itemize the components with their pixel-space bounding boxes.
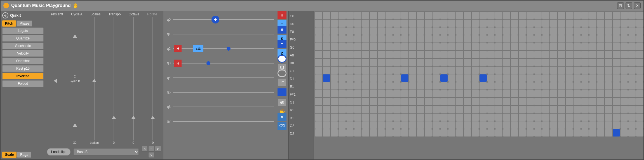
grid-cell[interactable] <box>409 98 416 105</box>
grid-cell[interactable] <box>605 82 612 90</box>
grid-cell[interactable] <box>511 59 518 66</box>
grid-cell[interactable] <box>464 74 471 82</box>
q0-plus-gate[interactable]: + <box>211 16 219 23</box>
grid-cell[interactable] <box>519 12 526 19</box>
grid-cell[interactable] <box>495 51 502 58</box>
grid-cell[interactable] <box>566 12 573 19</box>
grid-cell[interactable] <box>519 74 526 82</box>
grid-cell[interactable] <box>331 129 338 137</box>
grid-cell[interactable] <box>605 129 612 137</box>
grid-cell[interactable] <box>378 43 385 50</box>
grid-cell[interactable] <box>597 20 604 27</box>
grid-cell[interactable] <box>495 74 502 82</box>
grid-cell[interactable] <box>558 82 565 90</box>
grid-cell[interactable] <box>534 51 542 58</box>
grid-cell[interactable] <box>636 35 643 43</box>
grid-cell[interactable] <box>621 43 628 50</box>
grid-cell[interactable] <box>519 121 526 129</box>
grid-cell[interactable] <box>440 43 448 50</box>
grid-cell[interactable] <box>534 43 542 50</box>
grid-cell[interactable] <box>448 35 455 43</box>
grid-cell[interactable] <box>605 74 612 82</box>
grid-cell[interactable] <box>417 27 424 35</box>
q3-circle-button[interactable]: ● <box>278 55 286 63</box>
grid-cell[interactable] <box>425 121 432 129</box>
grid-cell[interactable] <box>409 59 416 66</box>
grid-cell[interactable] <box>464 27 471 35</box>
grid-cell[interactable] <box>401 106 408 113</box>
grid-cell[interactable] <box>440 121 448 129</box>
grid-cell[interactable] <box>581 98 589 105</box>
pitch-button[interactable]: Pitch <box>2 20 16 27</box>
grid-cell[interactable] <box>339 106 346 113</box>
grid-cell[interactable] <box>613 12 620 19</box>
grid-cell[interactable] <box>550 74 557 82</box>
grid-cell[interactable] <box>472 121 479 129</box>
grid-cell[interactable] <box>542 51 549 58</box>
grid-cell[interactable] <box>401 114 408 121</box>
grid-cell[interactable] <box>472 74 479 82</box>
grid-cell[interactable] <box>346 114 354 121</box>
grid-cell[interactable] <box>425 20 432 27</box>
grid-cell[interactable] <box>456 82 463 90</box>
grid-cell[interactable] <box>503 114 510 121</box>
grid-cell[interactable] <box>613 129 620 137</box>
grid-cell[interactable] <box>534 114 542 121</box>
grid-cell[interactable] <box>425 59 432 66</box>
grid-cell[interactable] <box>456 129 463 137</box>
grid-cell[interactable] <box>597 59 604 66</box>
grid-cell[interactable] <box>346 59 354 66</box>
grid-cell[interactable] <box>323 98 330 105</box>
grid-cell[interactable] <box>354 129 361 137</box>
grid-cell[interactable] <box>636 114 643 121</box>
grid-cell[interactable] <box>589 43 596 50</box>
grid-cell[interactable] <box>464 129 471 137</box>
grid-cell[interactable] <box>542 43 549 50</box>
grid-cell[interactable] <box>362 98 369 105</box>
grid-cell[interactable] <box>495 43 502 50</box>
grid-cell[interactable] <box>370 129 377 137</box>
grid-cell[interactable] <box>339 35 346 43</box>
grid-cell[interactable] <box>456 43 463 50</box>
grid-cell[interactable] <box>456 51 463 58</box>
grid-cell[interactable] <box>401 74 408 82</box>
grid-cell[interactable] <box>409 106 416 113</box>
grid-cell[interactable] <box>495 121 502 129</box>
grid-cell[interactable] <box>480 74 487 82</box>
grid-cell[interactable] <box>581 51 589 58</box>
grid-cell[interactable] <box>323 106 330 113</box>
grid-cell[interactable] <box>448 12 455 19</box>
grid-cell[interactable] <box>558 121 565 129</box>
grid-cell[interactable] <box>550 98 557 105</box>
grid-cell[interactable] <box>472 20 479 27</box>
grid-cell[interactable] <box>511 121 518 129</box>
grid-cell[interactable] <box>456 106 463 113</box>
grid-cell[interactable] <box>401 121 408 129</box>
grid-cell[interactable] <box>472 129 479 137</box>
grid-cell[interactable] <box>378 82 385 90</box>
grid-cell[interactable] <box>511 12 518 19</box>
grid-cell[interactable] <box>417 90 424 97</box>
grid-cell[interactable] <box>495 114 502 121</box>
grid-cell[interactable] <box>448 74 455 82</box>
grid-cell[interactable] <box>558 114 565 121</box>
grid-cell[interactable] <box>581 82 589 90</box>
grid-cell[interactable] <box>331 121 338 129</box>
grid-cell[interactable] <box>331 20 338 27</box>
grid-cell[interactable] <box>550 114 557 121</box>
grid-cell[interactable] <box>362 35 369 43</box>
grid-cell[interactable] <box>503 51 510 58</box>
grid-cell[interactable] <box>621 12 628 19</box>
grid-cell[interactable] <box>527 98 534 105</box>
grid-cell[interactable] <box>511 27 518 35</box>
grid-cell[interactable] <box>542 90 549 97</box>
grid-cell[interactable] <box>480 59 487 66</box>
grid-cell[interactable] <box>581 35 589 43</box>
grid-cell[interactable] <box>354 35 361 43</box>
grid-cell[interactable] <box>323 74 330 82</box>
grid-cell[interactable] <box>589 51 596 58</box>
folded-button[interactable]: Folded <box>2 80 44 87</box>
grid-cell[interactable] <box>370 67 377 74</box>
grid-cell[interactable] <box>362 67 369 74</box>
grid-cell[interactable] <box>487 12 495 19</box>
